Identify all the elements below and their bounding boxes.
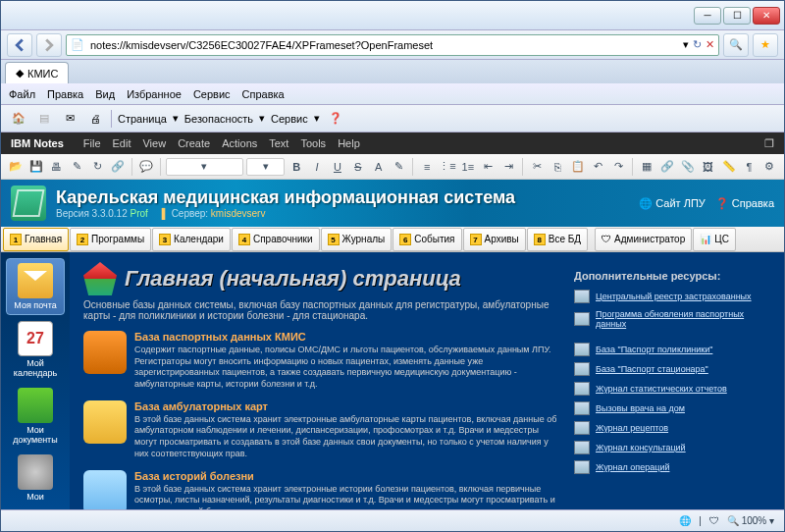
tab-admin[interactable]: 🛡Администратор <box>595 228 692 251</box>
sidebar-item-calendar[interactable]: 27 Мой календарь <box>6 317 65 382</box>
forward-button[interactable] <box>36 33 62 57</box>
notes-menu-text[interactable]: Text <box>269 137 288 149</box>
tab-calendars[interactable]: 3Календари <box>152 228 231 251</box>
menu-favorites[interactable]: Избранное <box>127 88 182 100</box>
resource-link[interactable]: Журнал рецептов <box>574 421 770 435</box>
tool-open-icon[interactable]: 📂 <box>7 158 25 176</box>
resource-link[interactable]: Журнал статистических отчетов <box>574 382 770 396</box>
ie-toolbar: 🏠 ▤ ✉ 🖨 Страница▾ Безопасность▾ Сервис▾ … <box>1 105 784 133</box>
tool-link-icon[interactable]: 🔗 <box>658 158 676 176</box>
tool-save-icon[interactable]: 💾 <box>27 158 45 176</box>
notes-menu-tools[interactable]: Tools <box>300 137 326 149</box>
tool-bold-icon[interactable]: B <box>288 158 305 176</box>
tool-italic-icon[interactable]: I <box>308 158 326 176</box>
menu-view[interactable]: Вид <box>95 88 115 100</box>
tool-edit-icon[interactable]: ✎ <box>68 158 85 176</box>
notes-menu-help[interactable]: Help <box>338 137 360 149</box>
tool-fontcolor-icon[interactable]: A <box>370 158 388 176</box>
stop-icon[interactable]: ✕ <box>706 38 714 51</box>
mail-icon[interactable]: ✉ <box>60 109 79 129</box>
tool-strike-icon[interactable]: S <box>349 158 367 176</box>
zoom-level[interactable]: 🔍 100% ▾ <box>727 515 774 526</box>
tab-cs[interactable]: 📊ЦС <box>693 228 736 251</box>
menu-service[interactable]: Сервис <box>193 88 231 100</box>
resource-link[interactable]: База "Паспорт стационара" <box>574 362 770 376</box>
font-dropdown[interactable]: ▾ <box>166 158 243 176</box>
page-menu[interactable]: Страница <box>118 113 167 125</box>
url-input[interactable] <box>88 38 679 52</box>
resource-link[interactable]: Программа обновления паспортных данных <box>574 309 770 329</box>
tool-redo-icon[interactable]: ↷ <box>610 158 628 176</box>
resource-link[interactable]: Журнал операций <box>574 460 770 474</box>
help-link[interactable]: ❓ Справка <box>715 197 774 210</box>
resource-link[interactable]: Вызовы врача на дом <box>574 401 770 415</box>
tab-alldb[interactable]: 8Все БД <box>527 228 588 251</box>
print-icon[interactable]: 🖨 <box>85 109 105 129</box>
tab-main[interactable]: 1Главная <box>3 228 69 251</box>
address-bar[interactable]: 📄 ▾ ↻ ✕ <box>66 34 719 56</box>
site-link[interactable]: 🌐 Сайт ЛПУ <box>639 197 706 210</box>
service-menu[interactable]: Сервис <box>271 113 308 125</box>
notes-menu-file[interactable]: File <box>83 137 101 149</box>
notes-menu-create[interactable]: Create <box>178 137 210 149</box>
back-button[interactable] <box>7 33 32 57</box>
tool-copy-icon[interactable]: ⎘ <box>549 158 566 176</box>
safety-menu[interactable]: Безопасность <box>184 113 253 125</box>
tool-props-icon[interactable]: ⚙ <box>760 158 778 176</box>
tool-highlight-icon[interactable]: ✎ <box>390 158 407 176</box>
notes-window-icon[interactable]: ❐ <box>764 137 774 150</box>
tool-indent-icon[interactable]: ⇥ <box>500 158 518 176</box>
feeds-icon[interactable]: ▤ <box>34 109 54 129</box>
sidebar-item-mail[interactable]: Моя почта <box>6 258 65 315</box>
section-title[interactable]: База амбулаторных карт <box>134 400 558 412</box>
tool-para-icon[interactable]: ¶ <box>740 158 758 176</box>
menu-edit[interactable]: Правка <box>47 88 83 100</box>
tab-archives[interactable]: 7Архивы <box>463 228 526 251</box>
fontsize-dropdown[interactable]: ▾ <box>246 158 286 176</box>
separator <box>632 158 633 176</box>
tool-align-left-icon[interactable]: ≡ <box>418 158 436 176</box>
tool-print-icon[interactable]: 🖶 <box>48 158 66 176</box>
tool-attach-icon[interactable]: 📎 <box>679 158 697 176</box>
tool-bullets-icon[interactable]: ⋮≡ <box>439 158 456 176</box>
tool-permalink-icon[interactable]: 🔗 <box>109 158 127 176</box>
dropdown-icon[interactable]: ▾ <box>683 38 689 51</box>
search-button[interactable]: 🔍 <box>723 33 749 57</box>
menu-help[interactable]: Справка <box>242 88 285 100</box>
tab-programs[interactable]: 2Программы <box>70 228 151 251</box>
tool-chat-icon[interactable]: 💬 <box>137 158 155 176</box>
tool-refresh-icon[interactable]: ↻ <box>88 158 106 176</box>
section-title[interactable]: База паспортных данных КМИС <box>134 331 558 343</box>
tool-undo-icon[interactable]: ↶ <box>590 158 607 176</box>
notes-menu-edit[interactable]: Edit <box>113 137 131 149</box>
help-icon[interactable]: ❓ <box>326 109 345 129</box>
calendar-icon: 27 <box>18 321 53 356</box>
tool-ruler-icon[interactable]: 📏 <box>720 158 738 176</box>
tool-numbers-icon[interactable]: 1≡ <box>459 158 477 176</box>
sidebar-item-settings[interactable]: Мои <box>6 451 65 505</box>
minimize-button[interactable]: ─ <box>694 7 721 25</box>
maximize-button[interactable]: ☐ <box>723 7 751 25</box>
tool-outdent-icon[interactable]: ⇤ <box>480 158 497 176</box>
favorites-button[interactable]: ★ <box>753 33 778 57</box>
browser-tab[interactable]: ◆ КМИС <box>5 62 69 83</box>
tool-underline-icon[interactable]: U <box>329 158 346 176</box>
notes-menu-actions[interactable]: Actions <box>222 137 257 149</box>
sidebar-item-docs[interactable]: Мои документы <box>6 384 65 449</box>
section-title[interactable]: База историй болезни <box>134 470 558 482</box>
tool-cut-icon[interactable]: ✂ <box>528 158 546 176</box>
tab-refs[interactable]: 4Справочники <box>232 228 320 251</box>
tool-image-icon[interactable]: 🖼 <box>700 158 717 176</box>
tool-paste-icon[interactable]: 📋 <box>569 158 587 176</box>
resource-link[interactable]: База "Паспорт поликлиники" <box>574 343 770 356</box>
notes-menu-view[interactable]: View <box>142 137 166 149</box>
resource-link[interactable]: Журнал консультаций <box>574 441 770 454</box>
refresh-icon[interactable]: ↻ <box>693 38 702 51</box>
tool-table-icon[interactable]: ▦ <box>638 158 655 176</box>
tab-journals[interactable]: 5Журналы <box>321 228 392 251</box>
resource-link[interactable]: Центральный реестр застрахованных <box>574 290 770 303</box>
tab-events[interactable]: 6События <box>392 228 461 251</box>
close-button[interactable]: ✕ <box>753 7 780 25</box>
menu-file[interactable]: Файл <box>9 88 35 100</box>
home-icon[interactable]: 🏠 <box>9 109 28 129</box>
